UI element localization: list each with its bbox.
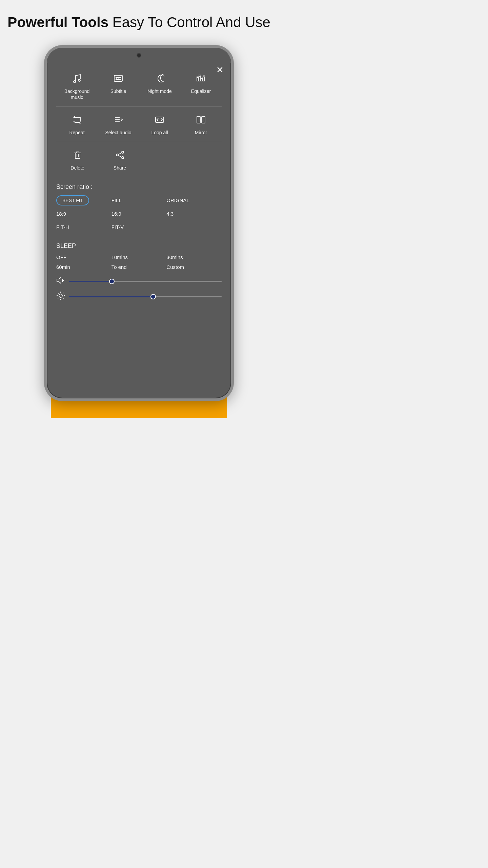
- subtitle-label: Subtitle: [110, 88, 126, 94]
- volume-thumb: [109, 279, 115, 284]
- select-audio-item[interactable]: Select audio: [98, 109, 139, 139]
- equalizer-icon: [196, 73, 206, 85]
- ratio-18-9[interactable]: 18:9: [56, 209, 111, 219]
- phone-frame: ✕ Backgroundmusic: [44, 45, 234, 401]
- night-mode-icon: [154, 73, 165, 85]
- camera-dot: [137, 53, 141, 58]
- mirror-item[interactable]: Mirror: [180, 109, 222, 139]
- svg-rect-19: [197, 116, 200, 123]
- svg-rect-20: [202, 116, 205, 123]
- svg-rect-11: [201, 78, 202, 81]
- headline-normal: Easy To Control And Use: [108, 14, 270, 30]
- subtitle-icon: CC: [113, 73, 124, 85]
- close-button[interactable]: ✕: [216, 65, 224, 74]
- sleep-10mins[interactable]: 10mins: [111, 254, 167, 260]
- svg-line-29: [118, 156, 122, 157]
- svg-rect-9: [199, 76, 200, 81]
- icon-row-1: Backgroundmusic CC Subtitle: [56, 67, 222, 104]
- sleep-to-end[interactable]: To end: [111, 264, 167, 270]
- mirror-label: Mirror: [195, 130, 207, 136]
- ratio-original[interactable]: ORIGNAL: [166, 195, 222, 205]
- phone-top-bar: [47, 48, 231, 63]
- brightness-track[interactable]: [69, 296, 222, 297]
- loop-all-label: Loop all: [151, 130, 168, 136]
- brightness-thumb: [150, 294, 156, 299]
- share-item[interactable]: Share: [99, 144, 141, 174]
- night-mode-item[interactable]: Night mode: [139, 67, 180, 104]
- divider-4: [56, 236, 222, 236]
- phone-content: Backgroundmusic CC Subtitle: [47, 63, 231, 317]
- equalizer-label: Equalizer: [191, 88, 211, 94]
- phone-container: ✕ Backgroundmusic: [37, 45, 241, 418]
- divider-1: [56, 106, 222, 107]
- volume-slider-row: [56, 277, 222, 286]
- svg-rect-8: [197, 76, 198, 77]
- sleep-title: SLEEP: [56, 242, 222, 250]
- svg-rect-10: [199, 75, 200, 76]
- background-music-item[interactable]: Backgroundmusic: [56, 67, 98, 104]
- night-mode-label: Night mode: [147, 88, 172, 94]
- divider-2: [56, 142, 222, 142]
- svg-point-34: [59, 294, 62, 297]
- svg-point-27: [122, 157, 124, 159]
- sleep-30mins[interactable]: 30mins: [166, 254, 222, 260]
- screen-ratio-title: Screen ratio :: [56, 183, 222, 191]
- ratio-options: BEST FIT FILL ORIGNAL 18:9 16:9 4:3 FIT-…: [56, 195, 222, 232]
- svg-line-41: [63, 293, 63, 294]
- svg-line-40: [63, 298, 63, 299]
- svg-line-42: [58, 298, 59, 299]
- equalizer-item[interactable]: Equalizer: [180, 67, 222, 104]
- volume-fill: [69, 281, 112, 282]
- repeat-item[interactable]: Repeat: [56, 109, 98, 139]
- svg-point-25: [122, 151, 124, 153]
- music-icon: [72, 73, 82, 85]
- ratio-best-fit[interactable]: BEST FIT: [56, 195, 111, 205]
- svg-point-26: [116, 154, 118, 156]
- volume-icon: [56, 277, 65, 286]
- repeat-icon: [72, 114, 82, 127]
- select-audio-label: Select audio: [105, 130, 131, 136]
- volume-track[interactable]: [69, 281, 222, 282]
- sleep-custom[interactable]: Custom: [166, 264, 222, 270]
- trash-icon: [72, 150, 83, 162]
- page-headline: Powerful Tools Easy To Control And Use: [7, 14, 270, 32]
- headline-bold: Powerful Tools: [7, 14, 108, 30]
- background-music-label: Backgroundmusic: [64, 88, 90, 100]
- svg-text:CC: CC: [116, 77, 121, 80]
- brightness-icon: [56, 291, 65, 302]
- ratio-fit-v[interactable]: FIT-V: [111, 222, 167, 232]
- brightness-fill: [69, 296, 153, 297]
- loop-icon: [154, 114, 165, 127]
- ratio-fill[interactable]: FILL: [111, 195, 167, 205]
- share-icon: [115, 150, 125, 162]
- svg-marker-30: [57, 277, 61, 283]
- sleep-off[interactable]: OFF: [56, 254, 111, 260]
- brightness-slider-row: [56, 291, 222, 302]
- subtitle-item[interactable]: CC Subtitle: [98, 67, 139, 104]
- share-label: Share: [114, 165, 126, 171]
- svg-rect-14: [203, 76, 204, 77]
- sleep-options: OFF 10mins 30mins 60min To end Custom: [56, 254, 222, 270]
- svg-point-4: [162, 74, 163, 75]
- delete-label: Delete: [70, 165, 84, 171]
- loop-all-item[interactable]: Loop all: [139, 109, 180, 139]
- ratio-4-3[interactable]: 4:3: [166, 209, 222, 219]
- svg-line-6: [163, 75, 164, 75]
- svg-rect-7: [197, 78, 198, 81]
- repeat-label: Repeat: [69, 130, 84, 136]
- sleep-60min[interactable]: 60min: [56, 264, 111, 270]
- svg-line-39: [58, 293, 59, 294]
- mirror-icon: [196, 114, 206, 127]
- svg-line-28: [118, 153, 122, 155]
- icon-row-3: Delete Share: [56, 144, 222, 174]
- ratio-fit-h[interactable]: FIT-H: [56, 222, 111, 232]
- delete-item[interactable]: Delete: [56, 144, 99, 174]
- select-audio-icon: [113, 114, 124, 127]
- icon-row-2: Repeat Select audio: [56, 109, 222, 139]
- svg-rect-12: [201, 77, 202, 78]
- svg-rect-13: [203, 77, 204, 81]
- ratio-16-9[interactable]: 16:9: [111, 209, 167, 219]
- divider-3: [56, 177, 222, 177]
- svg-rect-22: [75, 153, 80, 158]
